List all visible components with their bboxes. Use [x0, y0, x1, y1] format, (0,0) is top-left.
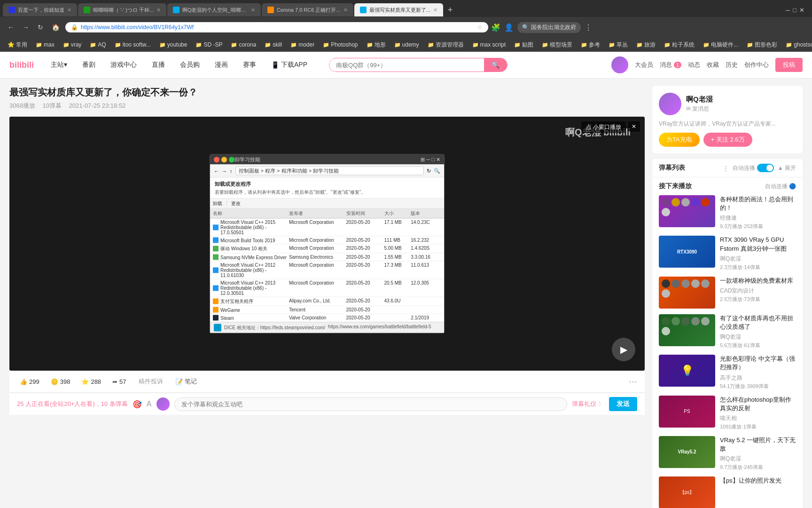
- playlist-item-4[interactable]: 💡 光影色彩理论 中文字幕（强烈推荐） 高手之路 54.1万播放·3909弹幕: [659, 355, 796, 389]
- file-row[interactable]: Steam Valve Corporation 2020-05-20 2.1/2…: [210, 314, 444, 322]
- nav-user-create[interactable]: 创作中心: [744, 61, 769, 69]
- danmaku-send-button[interactable]: 发送: [609, 397, 637, 411]
- bookmark-moxing[interactable]: 📁 模型场景: [538, 40, 576, 50]
- browser-search-box[interactable]: 🔍 国务院出湖北政府: [517, 22, 581, 33]
- nav-user-premium[interactable]: 大会员: [635, 61, 653, 69]
- tab-0[interactable]: 百度一下，你就知道 ✕: [3, 3, 77, 16]
- tab-close-0[interactable]: ✕: [67, 7, 71, 13]
- author-avatar[interactable]: [659, 93, 681, 115]
- menu-icon[interactable]: ⋮: [585, 23, 592, 32]
- bookmark-photoshop[interactable]: 📁 Photoshop: [319, 40, 361, 49]
- message-link[interactable]: ✉ 发消息: [686, 105, 713, 113]
- upload-button[interactable]: 投稿: [775, 58, 803, 72]
- maximize-button[interactable]: □: [793, 7, 796, 14]
- video-player[interactable]: 啊Q老湿 bilibili 点 小窗口播放 ✕ 卸学习技能 ⊞ ─ □ ✕: [9, 117, 645, 371]
- like-button[interactable]: 👍 299: [17, 376, 42, 387]
- bookmark-cankao[interactable]: 📁 参考: [577, 40, 604, 50]
- charge-button[interactable]: 为TA充电: [659, 133, 700, 147]
- tab-close-4[interactable]: ✕: [433, 7, 437, 13]
- nav-user-history[interactable]: 历史: [726, 61, 738, 69]
- win-search[interactable]: 🔍: [434, 168, 440, 174]
- emoji-button[interactable]: 🎯: [133, 400, 142, 409]
- bookmark-max[interactable]: 📁 max: [32, 40, 58, 49]
- bookmark-ghost[interactable]: 📁 ghostsc...: [782, 40, 812, 49]
- bookmark-tupu[interactable]: 📁 图形色彩: [743, 40, 781, 50]
- forward-button[interactable]: →: [20, 22, 32, 33]
- file-row[interactable]: 支付宝相关程序 Alipay.com Co., Ltd. 2020-05-20 …: [210, 297, 444, 306]
- share-button[interactable]: ➦ 57: [109, 376, 129, 387]
- tab-3[interactable]: Corona 7.0 RC6 正确打开... ✕: [262, 3, 353, 16]
- coin-button[interactable]: 🪙 398: [48, 376, 73, 387]
- win-refresh[interactable]: ↻: [427, 168, 431, 174]
- auto-play-status[interactable]: 自动连播 🔵: [765, 183, 796, 190]
- account-icon[interactable]: 👤: [504, 23, 514, 32]
- bookmark-maxscript[interactable]: 📁 max script: [468, 40, 510, 49]
- nav-user-favorite[interactable]: 收藏: [707, 61, 719, 69]
- tab-close-3[interactable]: ✕: [344, 7, 348, 13]
- bookmark-moder[interactable]: 📁 moder: [287, 40, 318, 49]
- bookmark-youtube[interactable]: 📁 youtube: [156, 40, 191, 49]
- minimize-button[interactable]: ─: [786, 7, 790, 14]
- file-row[interactable]: Microsoft Visual C++ 2013 Redistributabl…: [210, 279, 444, 297]
- nav-item-premium[interactable]: 会员购: [177, 59, 203, 71]
- playlist-item-7[interactable]: 【ps】 【ps】让你的照片发光: [659, 476, 796, 508]
- win-up[interactable]: ↑: [230, 168, 233, 174]
- font-button[interactable]: A: [147, 400, 152, 408]
- danmaku-input[interactable]: [174, 397, 568, 411]
- file-row[interactable]: WeGame Tencent 2020-05-20: [210, 306, 444, 314]
- bookmark-itoo[interactable]: 📁 itoo softw...: [111, 40, 155, 49]
- report-button[interactable]: 稿件投诉: [139, 377, 163, 386]
- win-forward[interactable]: →: [222, 168, 227, 174]
- playlist-item-0[interactable]: 各种材质的画法！总会用到的！ 经微速 9.3万播放·253弹幕: [659, 195, 796, 230]
- search-input[interactable]: [329, 59, 484, 71]
- win-close-btn[interactable]: [214, 157, 219, 162]
- nav-item-home[interactable]: 主站▾: [48, 59, 70, 71]
- win-max-btn[interactable]: [229, 157, 234, 162]
- follow-button[interactable]: + 关注 2.6万: [703, 133, 752, 147]
- note-button[interactable]: 📝 笔记: [172, 375, 200, 388]
- nav-user-dynamic[interactable]: 动态: [688, 61, 700, 69]
- bookmark-udemy[interactable]: 📁 udemy: [390, 40, 423, 49]
- tab-1[interactable]: 嘚啷嘚啷（ '-' )つロ 千杯... ✕: [78, 3, 166, 16]
- search-button[interactable]: 🔍: [484, 58, 507, 71]
- playlist-item-3[interactable]: 有了这个材质库再也不用担心没质感了 啊Q老湿 5.6万播放·61弹幕: [659, 314, 796, 349]
- win-back[interactable]: ←: [214, 168, 219, 174]
- file-row[interactable]: Microsoft Visual C++ 2015 Redistributabl…: [210, 219, 444, 237]
- file-row[interactable]: Microsoft Build Tools 2019 Microsoft Cor…: [210, 237, 444, 245]
- nav-item-esports[interactable]: 赛事: [240, 59, 259, 71]
- nav-item-live[interactable]: 直播: [149, 59, 168, 71]
- danmaku-etiquette-link[interactable]: 弹幕礼仪 〉: [572, 400, 604, 408]
- bookmark-corona[interactable]: 📁 corona: [227, 40, 260, 49]
- bookmark-dixing[interactable]: 📁 地形: [363, 40, 390, 50]
- nav-item-games[interactable]: 游戏中心: [108, 59, 140, 71]
- extensions-icon[interactable]: 🧩: [491, 23, 500, 32]
- bookmark-lvyou[interactable]: 📁 旅游: [632, 40, 659, 50]
- bookmark-tietu[interactable]: 📁 贴图: [510, 40, 537, 50]
- win-min-btn[interactable]: [221, 157, 227, 162]
- playlist-item-5[interactable]: PS 怎么样在photoshop里制作真实的反射 喵天相 1091播放·1弹幕: [659, 396, 796, 430]
- window-close-button[interactable]: ✕: [799, 7, 804, 14]
- avatar[interactable]: [611, 56, 628, 73]
- bookmark-caocong[interactable]: 📁 草丛: [605, 40, 632, 50]
- auto-play-switch[interactable]: [757, 164, 774, 172]
- bilibili-logo[interactable]: bilibili: [9, 60, 34, 70]
- nav-item-anime[interactable]: 番剧: [79, 59, 98, 71]
- play-button-overlay[interactable]: ▶: [612, 338, 635, 361]
- home-button[interactable]: 🏠: [49, 22, 62, 33]
- bookmark-aq[interactable]: 📁 AQ: [86, 40, 109, 49]
- nav-user-message[interactable]: 消息 1: [660, 61, 681, 69]
- bookmark-diannao[interactable]: 📁 电脑硬件...: [699, 40, 742, 50]
- bookmark-lizi[interactable]: 📁 粒子系统: [660, 40, 698, 50]
- player-close-button[interactable]: ✕: [628, 121, 640, 132]
- file-row[interactable]: 驱动 Windows 10 相关 Microsoft Corporation 2…: [210, 245, 444, 254]
- nav-item-manga[interactable]: 漫画: [212, 59, 231, 71]
- bookmark-ziyuan[interactable]: 📁 资源管理器: [424, 40, 468, 50]
- tab-close-2[interactable]: ✕: [251, 7, 255, 13]
- playlist-item-6[interactable]: VRay5.2 VRay 5.2 一键照片，天下无敌 啊Q老湿 9.7万播放·2…: [659, 436, 796, 471]
- bookmark-常用[interactable]: ⭐ 常用: [4, 40, 31, 50]
- favorite-button[interactable]: ⭐ 288: [78, 376, 104, 387]
- uninstall-btn[interactable]: 卸载: [213, 200, 222, 207]
- bookmark-vray[interactable]: 📁 vray: [59, 40, 86, 49]
- more-button[interactable]: ⋯: [629, 376, 637, 387]
- back-button[interactable]: ←: [5, 22, 17, 33]
